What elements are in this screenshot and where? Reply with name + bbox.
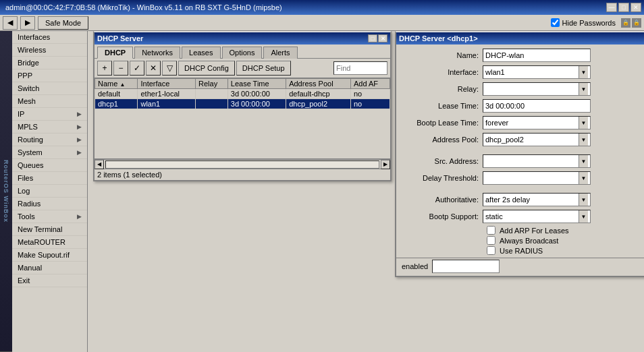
interface-label: Interface: [402,68,483,76]
system-arrow-icon: ▶ [77,149,82,156]
col-relay[interactable]: Relay [196,79,228,89]
sidebar-item-ppp[interactable]: PPP [12,69,87,82]
src-address-select[interactable]: ▼ [483,154,591,168]
filter-button[interactable]: ▽ [162,61,177,76]
maximize-button[interactable]: □ [618,3,629,12]
table-row[interactable]: default ether1-local 3d 00:00:00 default… [95,89,390,99]
menu-bar: ◀ ▶ Safe Mode Hide Passwords 🔒 🔒 [0,15,644,31]
bootp-support-value: static [485,212,503,221]
sidebar-item-exit[interactable]: Exit [12,274,87,287]
dhcp-table: Name ▲ Interface Relay Lease Time Addres… [95,78,390,109]
tab-dhcp[interactable]: DHCP [97,47,133,59]
col-name[interactable]: Name ▲ [95,79,138,89]
use-radius-checkbox[interactable] [487,246,495,255]
sidebar-item-switch[interactable]: Switch [12,82,87,95]
remove-button[interactable]: − [113,61,128,76]
sidebar-item-interfaces[interactable]: Interfaces [12,31,87,44]
col-address-pool[interactable]: Address Pool [286,79,351,89]
enabled-label: enabled [402,262,428,270]
bootp-support-select[interactable]: static ▼ [483,210,591,223]
sidebar-item-manual[interactable]: Manual [12,262,87,274]
scroll-left-button[interactable]: ◀ [95,160,104,169]
delay-threshold-row: Delay Threshold: ▼ [402,171,644,185]
sidebar-item-bridge[interactable]: Bridge [12,57,87,69]
add-button[interactable]: + [97,61,112,76]
name-row: Name: [402,48,644,63]
tab-options[interactable]: Options [222,47,263,59]
dhcp-detail-inner: OK Cancel Apply Disable Copy Remove Name… [396,45,644,276]
lock-icon-1: 🔒 [621,18,630,28]
authoritative-select[interactable]: after 2s delay ▼ [483,193,591,206]
close-button[interactable]: ✕ [630,3,641,12]
minimize-button[interactable]: — [606,3,617,12]
sidebar-item-new-terminal[interactable]: New Terminal [12,223,87,236]
scroll-right-button[interactable]: ▶ [381,160,390,169]
tab-alerts[interactable]: Alerts [263,47,297,59]
address-pool-select[interactable]: dhcp_pool2 ▼ [483,133,591,146]
sidebar-item-system[interactable]: System ▶ [12,146,87,159]
sidebar-item-mesh[interactable]: Mesh [12,95,87,108]
relay-select[interactable]: ▼ [483,82,591,96]
tab-networks[interactable]: Networks [134,47,180,59]
always-broadcast-checkbox[interactable] [487,236,495,245]
dhcp-window-buttons: □ ✕ [368,34,387,42]
sidebar-item-ip[interactable]: IP ▶ [12,108,87,121]
col-lease-time[interactable]: Lease Time [227,79,286,89]
window-title: admin@00:0C:42:F7:0B:58 (MikroTik) - Win… [3,3,606,11]
col-add-af[interactable]: Add AF [350,79,390,89]
lease-time-label: Lease Time: [402,102,483,110]
clear-button[interactable]: ✕ [146,61,161,76]
address-pool-dropdown-icon: ▼ [579,134,588,146]
add-arp-checkbox[interactable] [487,226,495,235]
sidebar-item-log[interactable]: Log [12,185,87,198]
sidebar-item-radius[interactable]: Radius [12,198,87,210]
back-button[interactable]: ◀ [3,16,18,30]
sidebar-item-files[interactable]: Files [12,172,87,185]
sidebar-logo: RouterOS WinBox [0,31,12,352]
dhcp-config-button[interactable]: DHCP Config [178,61,235,76]
mpls-arrow-icon: ▶ [77,123,82,130]
scroll-track[interactable] [105,160,379,169]
delay-threshold-select[interactable]: ▼ [483,171,591,185]
sidebar-item-metarouter[interactable]: MetaROUTER [12,236,87,249]
bootp-support-dropdown-icon: ▼ [579,210,588,223]
find-input[interactable] [333,61,387,75]
authoritative-value: after 2s delay [485,196,530,204]
sidebar-items: Interfaces Wireless Bridge PPP Switch Me… [12,31,87,287]
horizontal-scrollbar[interactable]: ◀ ▶ [95,159,390,169]
dhcp-window-restore-button[interactable]: □ [368,34,377,42]
delay-threshold-label: Delay Threshold: [402,174,483,182]
name-label: Name: [402,51,483,59]
table-row[interactable]: dhcp1 wlan1 3d 00:00:00 dhcp_pool2 no [95,99,390,109]
dhcp-detail-title-bar: DHCP Server <dhcp1> □ ✕ [396,32,644,45]
dhcp-table-container: Name ▲ Interface Relay Lease Time Addres… [95,78,390,159]
detail-form: Name: Interface: wlan1 ▼ Relay: [396,45,644,276]
sidebar-item-routing[interactable]: Routing ▶ [12,134,87,146]
check-button[interactable]: ✓ [130,61,144,76]
sidebar-item-queues[interactable]: Queues [12,159,87,172]
bootp-lease-time-select[interactable]: forever ▼ [483,116,591,129]
use-radius-label: Use RADIUS [500,247,543,255]
dhcp-window-close-button[interactable]: ✕ [378,34,387,42]
interface-row: Interface: wlan1 ▼ [402,65,644,80]
enabled-field[interactable] [432,260,500,273]
sidebar-item-tools[interactable]: Tools ▶ [12,210,87,223]
forward-button[interactable]: ▶ [20,16,35,30]
name-field[interactable] [483,49,591,62]
routing-arrow-icon: ▶ [77,136,82,143]
hide-passwords-checkbox[interactable] [551,18,560,27]
enabled-bar: enabled [396,258,644,274]
bootp-support-label: Bootp Support: [402,212,483,221]
sidebar-item-mpls[interactable]: MPLS ▶ [12,121,87,134]
sidebar-item-make-supout[interactable]: Make Supout.rif [12,249,87,262]
safe-mode-button[interactable]: Safe Mode [38,16,88,30]
sidebar-item-wireless[interactable]: Wireless [12,44,87,57]
interface-select[interactable]: wlan1 ▼ [483,65,591,79]
dhcp-window-title-text: DHCP Server [97,34,143,42]
always-broadcast-row: Always Broadcast [487,236,644,245]
col-interface[interactable]: Interface [138,79,196,89]
tab-leases[interactable]: Leases [182,47,220,59]
lease-time-field[interactable] [483,99,591,113]
dhcp-setup-button[interactable]: DHCP Setup [236,61,291,76]
hide-passwords-option: Hide Passwords 🔒 🔒 [551,18,641,28]
